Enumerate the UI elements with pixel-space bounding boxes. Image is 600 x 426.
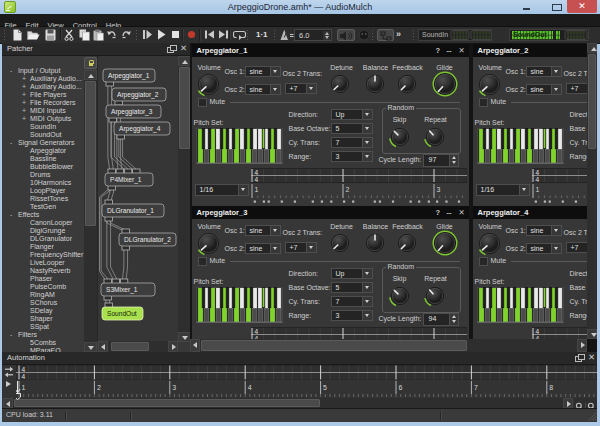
scroll-arrow-button[interactable]	[3, 398, 13, 408]
save-button[interactable]	[45, 29, 56, 41]
direction-select[interactable]: Up	[331, 268, 373, 279]
tempo-spinner[interactable]	[323, 31, 330, 40]
scroll-arrow-button[interactable]	[587, 329, 597, 339]
cytrans-select[interactable]: 7	[331, 296, 373, 307]
panel-close-button[interactable]: ✕	[459, 46, 465, 55]
tree-item[interactable]: SSpat	[2, 323, 84, 331]
range-select[interactable]: 3	[331, 151, 373, 162]
scroll-arrow-button[interactable]	[84, 70, 97, 80]
tree-vertical-scrollbar[interactable]	[84, 70, 97, 352]
osc1-select[interactable]: sine	[245, 225, 281, 236]
rhythm-pattern-ruler[interactable]: 44123	[251, 327, 469, 339]
feedback-knob[interactable]	[395, 72, 419, 96]
scroll-thumb[interactable]	[179, 67, 190, 149]
volume-knob[interactable]	[195, 230, 222, 257]
balance-knob[interactable]	[363, 72, 387, 96]
direction-select[interactable]: Up	[331, 109, 373, 120]
repeat-knob[interactable]	[423, 125, 447, 149]
scroll-arrow-button[interactable]	[98, 341, 108, 352]
osc2-select[interactable]: sine	[526, 84, 562, 95]
close-panel-icon[interactable]: ✕	[180, 44, 188, 52]
repeat-knob[interactable]	[423, 284, 447, 308]
tree-item[interactable]: Flanger	[2, 243, 84, 251]
osc1-select[interactable]: sine	[526, 225, 562, 236]
mute-checkbox[interactable]	[198, 257, 207, 266]
osc2-select[interactable]: sine	[245, 84, 281, 95]
tree-item[interactable]: CanonLooper	[2, 219, 84, 227]
tree-item[interactable]: Phaser	[2, 275, 84, 283]
tree-item[interactable]: LoopPlayer	[2, 187, 84, 195]
tree-item[interactable]: TestGen	[2, 203, 84, 211]
expand-glyph[interactable]: +	[22, 115, 26, 123]
node-DLGranulator_2[interactable]: DLGranulator_2	[119, 229, 176, 250]
tree-item[interactable]: LiveLooper	[2, 259, 84, 267]
tree-item[interactable]: PulseComb	[2, 283, 84, 291]
rate-select[interactable]: 1/16	[195, 184, 249, 196]
node-Arpeggiator_3[interactable]: Arpeggiator_3	[106, 105, 161, 122]
expand-glyph[interactable]: +	[22, 83, 26, 91]
tree-item[interactable]: 5Combs	[2, 339, 84, 347]
tree-item[interactable]: RingAM	[2, 291, 84, 299]
balance-knob[interactable]	[363, 231, 387, 255]
scroll-arrow-button[interactable]	[587, 43, 597, 53]
osc2-select[interactable]: sine	[245, 243, 281, 254]
scroll-thumb[interactable]	[201, 340, 467, 351]
pitch-set-keyboard[interactable]	[477, 128, 564, 164]
rate-select[interactable]: 1/16	[476, 184, 530, 196]
scroll-arrow-button[interactable]	[577, 339, 587, 352]
open-file-button[interactable]	[27, 29, 40, 41]
playhead-marker[interactable]	[16, 381, 21, 400]
expand-glyph[interactable]: +	[22, 107, 26, 115]
tree-item[interactable]: +MIDI Outputs	[2, 115, 84, 123]
tree-item[interactable]: SoundOut	[2, 131, 84, 139]
node-DLGranulator_1[interactable]: DLGranulator_1	[102, 200, 164, 221]
tree-item[interactable]: 10Harmonics	[2, 179, 84, 187]
speaker-button[interactable]	[337, 29, 355, 41]
node-SoundOut[interactable]: SoundOut	[102, 303, 143, 320]
lock-button[interactable]	[84, 57, 97, 69]
tempo-input[interactable]: 6.0	[294, 29, 332, 41]
expand-glyph[interactable]: +	[22, 99, 26, 107]
stop-button[interactable]	[171, 29, 180, 41]
patcher-view-button[interactable]	[377, 29, 394, 41]
collapse-glyph[interactable]: -	[10, 331, 12, 339]
tree-item[interactable]: SoundIn	[2, 123, 84, 131]
go-to-start-button[interactable]	[204, 29, 215, 41]
osc1-select[interactable]: sine	[526, 66, 562, 77]
tree-item[interactable]: SChorus	[2, 299, 84, 307]
resize-grip[interactable]	[588, 412, 597, 421]
tree-item[interactable]: +MIDI Inputs	[2, 107, 84, 115]
float-panel-icon[interactable]	[167, 45, 175, 53]
tree-item[interactable]: -Effects	[2, 211, 84, 219]
baseoct-select[interactable]: 5	[331, 282, 373, 293]
automation-mode-icons[interactable]	[2, 365, 16, 397]
osc2trans-select[interactable]: +7	[566, 242, 588, 253]
canvas-horizontal-scrollbar[interactable]	[98, 341, 178, 352]
panel-close-button[interactable]: ✕	[459, 208, 465, 217]
tree-item[interactable]: Drums	[2, 171, 84, 179]
rhythm-pattern-ruler[interactable]: 44123	[532, 168, 588, 206]
expand-glyph[interactable]: +	[22, 75, 26, 83]
osc2trans-select[interactable]: +7	[566, 83, 588, 94]
record-button[interactable]	[187, 29, 196, 41]
document-vertical-scrollbar[interactable]	[587, 43, 597, 339]
pitch-set-keyboard[interactable]	[196, 128, 283, 164]
cut-button[interactable]	[64, 29, 74, 41]
baseoct-select[interactable]: 5	[331, 123, 373, 134]
tree-item[interactable]: NastyReverb	[2, 267, 84, 275]
osc2trans-select[interactable]: +7	[285, 242, 317, 253]
scroll-arrow-button[interactable]	[168, 341, 178, 352]
pitch-set-keyboard[interactable]	[196, 287, 283, 323]
tree-item[interactable]: -Signal Generators	[2, 139, 84, 147]
cycle-length-spinner[interactable]: 94	[423, 313, 459, 326]
minimize-button[interactable]	[506, 0, 536, 13]
mute-checkbox[interactable]	[479, 98, 488, 107]
node-Arpeggiator_1[interactable]: Arpeggiator_1	[103, 69, 155, 86]
range-select[interactable]: 3	[331, 310, 373, 321]
expand-glyph[interactable]: +	[22, 91, 26, 99]
tree-item[interactable]: +File Players	[2, 91, 84, 99]
volume-knob[interactable]	[476, 71, 503, 98]
volume-knob[interactable]	[476, 230, 503, 257]
paste-button[interactable]	[93, 29, 104, 41]
volume-knob[interactable]	[195, 71, 222, 98]
